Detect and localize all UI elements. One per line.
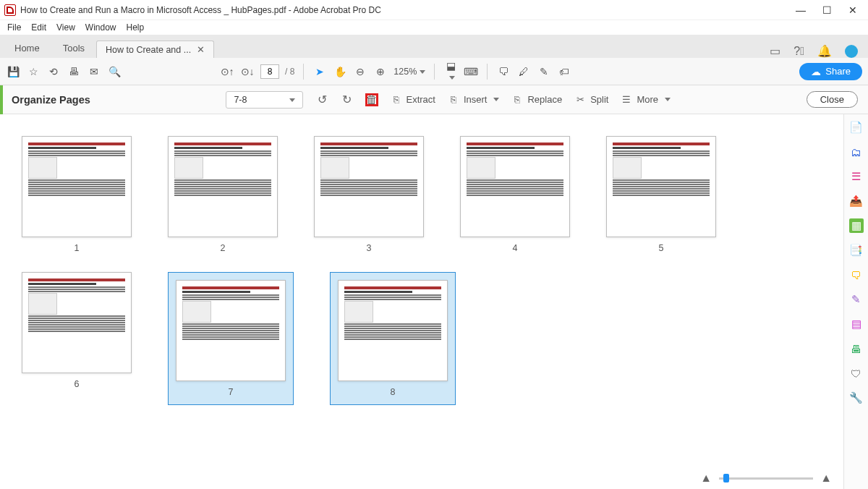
page-thumbnail[interactable]: 7 bbox=[168, 272, 294, 405]
combine-files-icon[interactable]: 🗂 bbox=[849, 145, 864, 159]
hand-icon[interactable]: ✋ bbox=[333, 66, 347, 77]
menu-file[interactable]: File bbox=[7, 22, 21, 33]
extract-label: Extract bbox=[407, 94, 435, 105]
zoom-dropdown[interactable]: 125% bbox=[393, 67, 425, 77]
split-button[interactable]: ✂Split bbox=[574, 93, 608, 106]
separator bbox=[303, 64, 304, 80]
menu-view[interactable]: View bbox=[56, 22, 75, 33]
page-down-icon[interactable]: ⊙↓ bbox=[240, 66, 255, 77]
stage: 12345678 📄 🗂 ☰ 📤 ▦ 📑 🗨 ✎ ▤ 🖶 🛡 🔧 bbox=[0, 114, 868, 489]
export-pdf-icon[interactable]: 📤 bbox=[849, 194, 864, 208]
more-button[interactable]: ☰More bbox=[620, 93, 671, 106]
main-toolbar: 💾 ☆ ⟲ 🖶 ✉ 🔍 ⊙↑ ⊙↓ / 8 ➤ ✋ ⊖ ⊕ 125% ⬓ ⌨ 🗨… bbox=[0, 58, 868, 85]
close-organize-button[interactable]: Close bbox=[807, 91, 858, 108]
delete-pages-button[interactable]: 🗑 bbox=[365, 93, 378, 106]
zoom-in-icon[interactable]: ⊕ bbox=[373, 66, 388, 77]
help-icon[interactable]: ?⃝ bbox=[793, 45, 804, 58]
maximize-button[interactable]: ☐ bbox=[820, 4, 833, 16]
share-label: Share bbox=[825, 66, 851, 77]
highlight-icon[interactable]: 🖊 bbox=[516, 66, 531, 77]
zoom-slider-handle[interactable] bbox=[723, 474, 729, 482]
thumbnail-grid: 12345678 bbox=[0, 114, 843, 489]
enhance-scans-icon[interactable]: 📑 bbox=[849, 243, 864, 258]
print-icon[interactable]: 🖶 bbox=[67, 66, 81, 77]
pointer-icon[interactable]: ➤ bbox=[312, 66, 327, 77]
mail-icon[interactable]: ✉ bbox=[87, 66, 101, 77]
page-preview bbox=[460, 136, 570, 237]
insert-icon: ⎘ bbox=[447, 93, 460, 106]
page-thumbnail[interactable]: 4 bbox=[460, 136, 570, 253]
save-icon[interactable]: 💾 bbox=[6, 66, 20, 77]
fit-page-icon[interactable]: ⬓ bbox=[443, 60, 458, 83]
menu-edit[interactable]: Edit bbox=[31, 22, 46, 33]
page-preview bbox=[168, 136, 278, 237]
menu-bar: File Edit View Window Help bbox=[0, 20, 868, 35]
user-avatar[interactable] bbox=[845, 45, 858, 58]
redact-icon[interactable]: ▤ bbox=[849, 317, 864, 331]
page-preview bbox=[606, 136, 716, 237]
page-thumbnail[interactable]: 6 bbox=[22, 272, 132, 405]
replace-button[interactable]: ⎘Replace bbox=[511, 93, 562, 106]
tab-home[interactable]: Home bbox=[3, 38, 51, 58]
page-number-label: 5 bbox=[659, 243, 664, 253]
print-production-icon[interactable]: 🖶 bbox=[849, 341, 864, 356]
page-number-label: 7 bbox=[229, 387, 234, 397]
zoom-slider-track[interactable] bbox=[719, 477, 813, 480]
more-tools-icon[interactable]: 🔧 bbox=[849, 391, 864, 405]
close-tab-icon[interactable]: ✕ bbox=[197, 44, 205, 55]
protect-icon[interactable]: 🛡 bbox=[849, 366, 864, 380]
page-preview bbox=[314, 136, 424, 237]
separator bbox=[434, 64, 435, 80]
tab-tools[interactable]: Tools bbox=[51, 38, 96, 58]
tab-bar: Home Tools How to Create and ... ✕ ▭ ?⃝ … bbox=[0, 35, 868, 58]
fill-sign-icon[interactable]: ✎ bbox=[849, 292, 864, 307]
rotate-ccw-icon[interactable]: ↺ bbox=[316, 93, 329, 106]
read-mode-icon[interactable]: ⌨ bbox=[464, 66, 478, 77]
more-label: More bbox=[637, 94, 658, 105]
organize-title: Organize Pages bbox=[12, 94, 90, 106]
tab-document[interactable]: How to Create and ... ✕ bbox=[96, 41, 214, 58]
send-icon[interactable]: ⟲ bbox=[46, 66, 61, 77]
page-number-input[interactable] bbox=[260, 64, 279, 79]
more-icon: ☰ bbox=[620, 93, 633, 106]
bell-icon[interactable]: 🔔 bbox=[817, 44, 832, 58]
page-thumbnail[interactable]: 5 bbox=[606, 136, 716, 253]
extract-button[interactable]: ⎘Extract bbox=[390, 93, 435, 106]
menu-help[interactable]: Help bbox=[127, 22, 145, 33]
replace-label: Replace bbox=[527, 94, 562, 105]
page-thumbnail[interactable]: 3 bbox=[314, 136, 424, 253]
page-thumbnail[interactable]: 1 bbox=[22, 136, 132, 253]
search-icon[interactable]: 🔍 bbox=[107, 66, 122, 77]
create-pdf-icon[interactable]: 📄 bbox=[849, 120, 864, 135]
minimize-button[interactable]: ― bbox=[794, 4, 807, 16]
rotate-cw-icon[interactable]: ↻ bbox=[341, 93, 354, 106]
menu-window[interactable]: Window bbox=[85, 22, 116, 33]
page-up-icon[interactable]: ⊙↑ bbox=[220, 66, 234, 77]
comment-tool-icon[interactable]: 🗨 bbox=[849, 268, 864, 282]
page-preview bbox=[22, 272, 132, 373]
thumbnail-zoom-control: ▲ ▲ bbox=[700, 472, 832, 485]
organize-pages-toolbar: Organize Pages 7-8 ↺ ↻ 🗑 ⎘Extract ⎘Inser… bbox=[0, 85, 868, 114]
zoom-small-icon[interactable]: ▲ bbox=[700, 472, 712, 485]
chat-icon[interactable]: ▭ bbox=[770, 44, 780, 58]
zoom-large-icon[interactable]: ▲ bbox=[820, 472, 832, 485]
star-icon[interactable]: ☆ bbox=[26, 66, 41, 77]
page-preview bbox=[338, 280, 448, 381]
comment-icon[interactable]: 🗨 bbox=[496, 66, 511, 77]
edit-pdf-icon[interactable]: ☰ bbox=[849, 169, 864, 184]
share-button[interactable]: Share bbox=[799, 63, 862, 80]
page-range-selector[interactable]: 7-8 bbox=[226, 91, 302, 109]
extract-icon: ⎘ bbox=[390, 93, 403, 106]
close-label: Close bbox=[820, 94, 844, 105]
sign-icon[interactable]: ✎ bbox=[537, 66, 551, 77]
insert-label: Insert bbox=[464, 94, 488, 105]
close-window-button[interactable]: ✕ bbox=[846, 4, 859, 16]
page-thumbnail[interactable]: 8 bbox=[330, 272, 456, 405]
page-number-label: 2 bbox=[221, 243, 226, 253]
zoom-out-icon[interactable]: ⊖ bbox=[353, 66, 367, 77]
stamp-icon[interactable]: 🏷 bbox=[557, 66, 571, 77]
insert-button[interactable]: ⎘Insert bbox=[447, 93, 500, 106]
organize-pages-icon[interactable]: ▦ bbox=[849, 218, 864, 233]
page-thumbnail[interactable]: 2 bbox=[168, 136, 278, 253]
app-icon bbox=[4, 4, 16, 16]
